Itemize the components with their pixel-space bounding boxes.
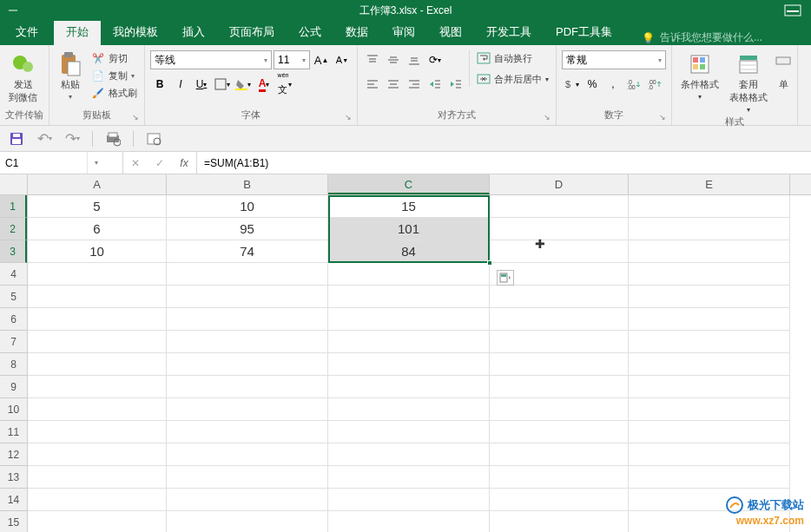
print-preview-button[interactable] — [105, 131, 121, 147]
tab-layout[interactable]: 页面布局 — [217, 19, 287, 45]
cell-A12[interactable] — [28, 443, 167, 466]
table-format-button[interactable]: 套用 表格格式▾ — [726, 50, 771, 115]
font-name-combo[interactable]: 等线▾ — [150, 50, 272, 69]
cell-D15[interactable] — [490, 511, 629, 532]
percent-button[interactable]: % — [583, 75, 602, 94]
autofill-options-button[interactable] — [497, 270, 514, 286]
cell-E10[interactable] — [629, 398, 790, 421]
align-launcher[interactable]: ↘ — [544, 113, 554, 123]
tell-me-search[interactable]: 💡 告诉我您想要做什么... — [642, 30, 762, 45]
cell-B14[interactable] — [167, 489, 328, 511]
name-box-input[interactable] — [0, 157, 87, 169]
cell-E12[interactable] — [629, 443, 790, 466]
cell-A11[interactable] — [28, 421, 167, 443]
row-header-15[interactable]: 15 — [0, 511, 27, 532]
row-header-2[interactable]: 2 — [0, 218, 27, 240]
cell-E15[interactable] — [629, 511, 790, 532]
row-header-3[interactable]: 3 — [0, 240, 27, 263]
align-bottom-button[interactable] — [405, 50, 424, 69]
app-menu-icon[interactable] — [7, 4, 19, 16]
fullscreen-preview-button[interactable] — [146, 131, 162, 147]
cell-D13[interactable] — [490, 466, 629, 489]
col-header-E[interactable]: E — [629, 174, 790, 194]
tab-data[interactable]: 数据 — [333, 19, 380, 45]
paste-button[interactable]: 粘贴 ▾ — [55, 50, 86, 102]
cell-E3[interactable] — [629, 240, 790, 263]
cell-C4[interactable] — [328, 263, 490, 286]
copy-button[interactable]: 📄复制▾ — [89, 68, 139, 83]
cell-A9[interactable] — [28, 376, 167, 398]
cell-E5[interactable] — [629, 286, 790, 308]
col-header-B[interactable]: B — [167, 174, 328, 194]
undo-button[interactable]: ↶▾ — [36, 131, 52, 147]
cell-B12[interactable] — [167, 443, 328, 466]
cell-B11[interactable] — [167, 421, 328, 443]
row-header-8[interactable]: 8 — [0, 353, 27, 376]
orientation-button[interactable]: ⟳▾ — [425, 50, 445, 69]
grow-font-button[interactable]: A▲ — [312, 50, 331, 69]
row-header-11[interactable]: 11 — [0, 421, 27, 443]
cell-A14[interactable] — [28, 489, 167, 511]
align-middle-button[interactable] — [384, 50, 403, 69]
tab-view[interactable]: 视图 — [427, 19, 474, 45]
cell-A10[interactable] — [28, 398, 167, 421]
save-button[interactable] — [9, 131, 24, 147]
cell-C8[interactable] — [328, 353, 490, 376]
cell-B15[interactable] — [167, 511, 328, 532]
cell-D11[interactable] — [490, 421, 629, 443]
fill-color-button[interactable]: ▾ — [234, 75, 253, 94]
cell-style-button[interactable]: 单 — [775, 50, 792, 93]
col-header-D[interactable]: D — [490, 174, 629, 194]
cell-D12[interactable] — [490, 443, 629, 466]
row-header-4[interactable]: 4 — [0, 263, 27, 286]
cell-D9[interactable] — [490, 376, 629, 398]
cell-B1[interactable]: 10 — [167, 195, 328, 218]
font-color-button[interactable]: A▾ — [254, 75, 274, 94]
confirm-edit-button[interactable]: ✓ — [148, 152, 172, 174]
cancel-edit-button[interactable]: ✕ — [123, 152, 148, 174]
align-top-button[interactable] — [363, 50, 382, 69]
cell-C14[interactable] — [328, 489, 490, 511]
cell-E1[interactable] — [629, 195, 790, 218]
tab-pdf[interactable]: PDF工具集 — [544, 19, 624, 45]
italic-button[interactable]: I — [171, 75, 190, 94]
cell-E8[interactable] — [629, 353, 790, 376]
cell-D5[interactable] — [490, 286, 629, 308]
cell-A4[interactable] — [28, 263, 167, 286]
row-header-14[interactable]: 14 — [0, 489, 27, 511]
cell-B4[interactable] — [167, 263, 328, 286]
cell-A5[interactable] — [28, 286, 167, 308]
number-launcher[interactable]: ↘ — [659, 113, 669, 123]
tab-file[interactable]: 文件 — [0, 19, 54, 45]
cell-A1[interactable]: 5 — [28, 195, 167, 218]
cell-C2[interactable]: 101 — [328, 218, 490, 240]
comma-button[interactable]: , — [603, 75, 623, 94]
cell-C5[interactable] — [328, 286, 490, 308]
cut-button[interactable]: ✂️剪切 — [89, 50, 139, 66]
cell-B2[interactable]: 95 — [167, 218, 328, 240]
row-header-10[interactable]: 10 — [0, 398, 27, 421]
formula-input[interactable] — [197, 152, 811, 174]
underline-button[interactable]: U▾ — [192, 75, 211, 94]
cell-D2[interactable] — [490, 218, 629, 240]
shrink-font-button[interactable]: A▼ — [333, 50, 352, 69]
cell-C3[interactable]: 84 — [328, 240, 490, 263]
row-header-12[interactable]: 12 — [0, 443, 27, 466]
cell-B5[interactable] — [167, 286, 328, 308]
row-header-6[interactable]: 6 — [0, 308, 27, 331]
align-center-button[interactable] — [384, 75, 403, 94]
tab-review[interactable]: 审阅 — [380, 19, 427, 45]
row-header-9[interactable]: 9 — [0, 376, 27, 398]
name-box-dropdown[interactable]: ▾ — [87, 152, 105, 174]
cell-C13[interactable] — [328, 466, 490, 489]
cell-E6[interactable] — [629, 308, 790, 331]
cell-E11[interactable] — [629, 421, 790, 443]
cell-C9[interactable] — [328, 376, 490, 398]
cell-C7[interactable] — [328, 331, 490, 353]
border-button[interactable]: ▾ — [213, 75, 232, 94]
cell-B7[interactable] — [167, 331, 328, 353]
col-header-C[interactable]: C — [328, 174, 490, 194]
align-right-button[interactable] — [405, 75, 424, 94]
cell-E13[interactable] — [629, 466, 790, 489]
cell-B6[interactable] — [167, 308, 328, 331]
